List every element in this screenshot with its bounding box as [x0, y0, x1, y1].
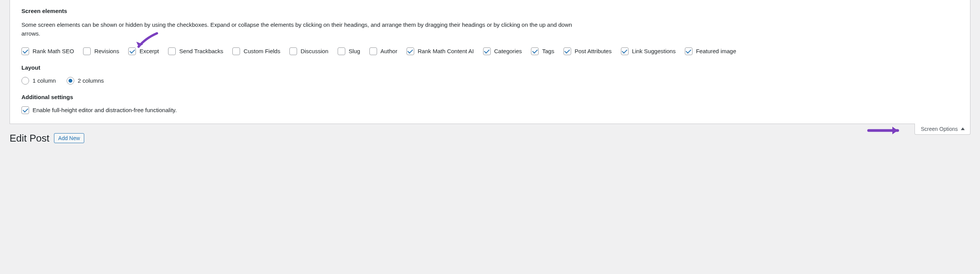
checkbox-revisions[interactable]: Revisions [83, 47, 119, 55]
checkbox-author[interactable]: Author [369, 47, 397, 55]
additional-settings-heading: Additional settings [21, 94, 959, 100]
checkbox-label: Tags [542, 48, 554, 54]
checkbox-box[interactable] [621, 47, 629, 55]
screen-options-panel: Screen elements Some screen elements can… [10, 0, 970, 124]
checkbox-box[interactable] [407, 47, 414, 55]
radio-col1[interactable]: 1 column [21, 77, 56, 85]
radio-dot[interactable] [67, 77, 74, 85]
checkbox-label: Rank Math SEO [33, 48, 74, 54]
checkbox-label: Categories [494, 48, 522, 54]
checkbox-link-suggestions[interactable]: Link Suggestions [621, 47, 676, 55]
checkbox-label: Rank Math Content AI [418, 48, 474, 54]
checkbox-label: Enable full-height editor and distractio… [33, 107, 177, 113]
checkbox-box[interactable] [21, 106, 29, 114]
checkbox-box[interactable] [531, 47, 539, 55]
screen-elements-description: Some screen elements can be shown or hid… [21, 20, 588, 38]
checkbox-label: Revisions [94, 48, 119, 54]
layout-heading: Layout [21, 64, 959, 71]
screen-options-toggle[interactable]: Screen Options [915, 124, 971, 135]
checkbox-label: Send Trackbacks [179, 48, 223, 54]
radio-dot[interactable] [21, 77, 29, 85]
checkbox-box[interactable] [369, 47, 377, 55]
radio-label: 2 columns [78, 77, 104, 84]
checkbox-discussion[interactable]: Discussion [289, 47, 328, 55]
additional-settings-group: Enable full-height editor and distractio… [21, 106, 959, 114]
checkbox-label: Custom Fields [243, 48, 280, 54]
add-new-button[interactable]: Add New [54, 133, 84, 143]
checkbox-excerpt[interactable]: Excerpt [128, 47, 159, 55]
radio-label: 1 column [33, 77, 56, 84]
checkbox-label: Post Attributes [575, 48, 612, 54]
checkbox-rank-math-seo[interactable]: Rank Math SEO [21, 47, 74, 55]
checkbox-slug[interactable]: Slug [338, 47, 360, 55]
chevron-up-icon [961, 127, 965, 130]
checkbox-label: Author [381, 48, 397, 54]
radio-col2[interactable]: 2 columns [67, 77, 104, 85]
checkbox-full-height-editor[interactable]: Enable full-height editor and distractio… [21, 106, 177, 114]
checkbox-label: Slug [349, 48, 360, 54]
layout-radio-group: 1 column2 columns [21, 77, 959, 85]
checkbox-box[interactable] [128, 47, 136, 55]
checkbox-send-trackbacks[interactable]: Send Trackbacks [168, 47, 223, 55]
checkbox-custom-fields[interactable]: Custom Fields [232, 47, 280, 55]
checkbox-box[interactable] [338, 47, 345, 55]
checkbox-box[interactable] [21, 47, 29, 55]
checkbox-box[interactable] [564, 47, 571, 55]
checkbox-label: Featured image [696, 48, 736, 54]
checkbox-box[interactable] [483, 47, 491, 55]
checkbox-post-attributes[interactable]: Post Attributes [564, 47, 612, 55]
screen-elements-heading: Screen elements [21, 8, 959, 14]
checkbox-box[interactable] [232, 47, 240, 55]
page-header-area: Screen Options Edit Post Add New [10, 124, 970, 144]
checkbox-tags[interactable]: Tags [531, 47, 554, 55]
checkbox-label: Excerpt [139, 48, 159, 54]
checkbox-box[interactable] [168, 47, 176, 55]
page-title: Edit Post [10, 132, 49, 144]
checkbox-label: Discussion [301, 48, 328, 54]
screen-options-label: Screen Options [921, 126, 958, 132]
checkbox-featured-image[interactable]: Featured image [685, 47, 736, 55]
screen-elements-checkbox-group: Rank Math SEORevisionsExcerptSend Trackb… [21, 47, 959, 55]
checkbox-box[interactable] [83, 47, 91, 55]
checkbox-categories[interactable]: Categories [483, 47, 522, 55]
checkbox-box[interactable] [685, 47, 693, 55]
checkbox-box[interactable] [289, 47, 297, 55]
checkbox-label: Link Suggestions [632, 48, 676, 54]
checkbox-rank-math-content-ai[interactable]: Rank Math Content AI [407, 47, 474, 55]
